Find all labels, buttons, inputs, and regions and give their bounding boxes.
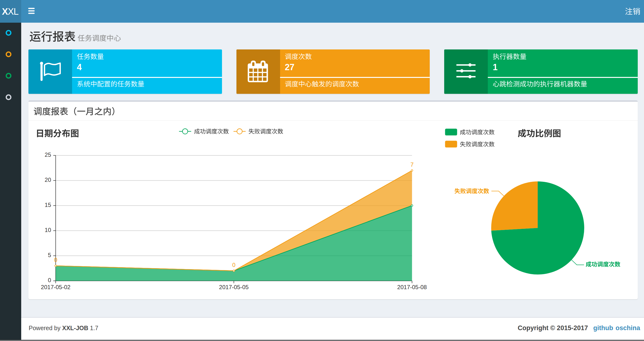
svg-text:0: 0 (48, 277, 51, 283)
svg-text:10: 10 (44, 227, 51, 233)
svg-text:0: 0 (232, 262, 236, 268)
svg-text:1: 1 (493, 62, 498, 72)
svg-text:27: 27 (285, 62, 294, 72)
svg-text:15: 15 (44, 202, 51, 208)
svg-text:2017-05-02: 2017-05-02 (41, 284, 70, 290)
svg-text:4: 4 (77, 62, 82, 72)
svg-text:5: 5 (48, 252, 51, 258)
svg-text:0: 0 (54, 257, 57, 263)
svg-text:7: 7 (410, 161, 414, 168)
svg-text:20: 20 (44, 177, 51, 183)
svg-text:2017-05-08: 2017-05-08 (397, 284, 427, 290)
svg-text:2017-05-05: 2017-05-05 (219, 284, 249, 290)
svg-text:25: 25 (44, 151, 51, 158)
svg-text:XXL: XXL (2, 7, 18, 17)
